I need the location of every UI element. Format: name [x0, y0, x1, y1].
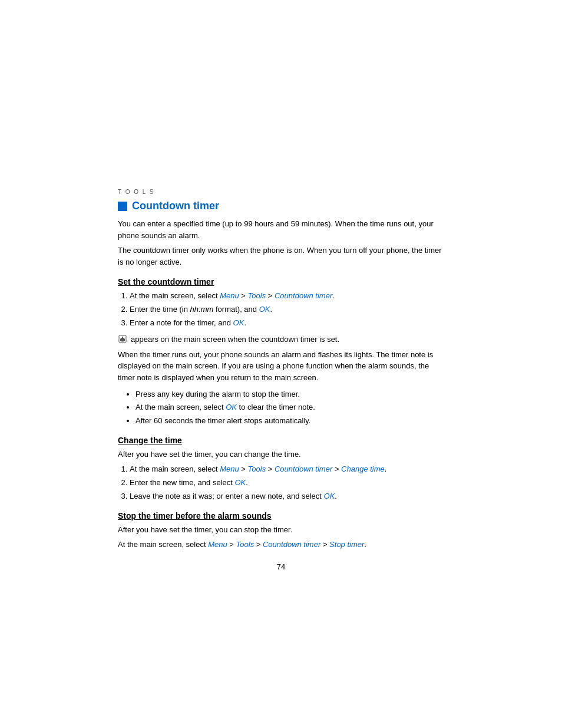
- set-timer-title: Set the countdown timer: [118, 277, 444, 286]
- stop-instruction-before: At the main screen, select: [118, 540, 208, 549]
- section-label: T o o l s: [118, 189, 444, 195]
- alarm-note-text: When the timer runs out, your phone soun…: [118, 349, 444, 384]
- stop-timer-title: Stop the timer before the alarm sounds: [118, 511, 444, 521]
- bullet-1-text: Press any key during the alarm to stop t…: [135, 390, 300, 398]
- change-step-1-link-countdown[interactable]: Countdown timer: [275, 465, 332, 473]
- page-container: T o o l s Countdown timer You can enter …: [0, 0, 562, 728]
- stop-link-tools[interactable]: Tools: [236, 540, 254, 549]
- change-step-1: At the main screen, select Menu > Tools …: [130, 463, 444, 476]
- change-step-2-link-ok[interactable]: OK: [234, 478, 246, 487]
- change-step-1-link-menu[interactable]: Menu: [220, 465, 239, 473]
- change-time-steps: At the main screen, select Menu > Tools …: [130, 463, 444, 502]
- bullet-list: Press any key during the alarm to stop t…: [135, 388, 444, 427]
- set-step-2: Enter the time (in hh:mm format), and OK…: [130, 304, 444, 316]
- intro-paragraph-1: You can enter a specified time (up to 99…: [118, 218, 444, 241]
- change-time-title: Change the time: [118, 436, 444, 445]
- change-step-1-link-tools[interactable]: Tools: [248, 465, 266, 473]
- svg-rect-2: [122, 337, 123, 338]
- stop-timer-instruction: At the main screen, select Menu > Tools …: [118, 539, 444, 551]
- set-step-1: At the main screen, select Menu > Tools …: [130, 290, 444, 302]
- stop-sep3: >: [320, 540, 329, 549]
- bullet-2-link-ok[interactable]: OK: [226, 403, 237, 411]
- set-step-2-link-ok[interactable]: OK: [259, 305, 270, 314]
- stop-sep1: >: [227, 540, 236, 549]
- page-title-row: Countdown timer: [118, 200, 444, 212]
- page-number: 74: [118, 562, 444, 571]
- set-step-3-before: Enter a note for the timer, and: [130, 318, 233, 327]
- change-step-3-link-ok[interactable]: OK: [324, 492, 335, 500]
- set-step-1-sep1: >: [239, 291, 248, 300]
- set-step-1-link-countdown[interactable]: Countdown timer: [275, 291, 332, 300]
- set-step-3: Enter a note for the timer, and OK.: [130, 317, 444, 330]
- content-area: T o o l s Countdown timer You can enter …: [0, 0, 562, 630]
- change-step-1-sep1: >: [239, 465, 248, 473]
- change-time-intro: After you have set the timer, you can ch…: [118, 449, 444, 460]
- bullet-3: After 60 seconds the timer alert stops a…: [135, 414, 444, 427]
- bullet-1: Press any key during the alarm to stop t…: [135, 388, 444, 401]
- stop-instruction-after: .: [364, 540, 366, 549]
- change-step-2-before: Enter the new time, and select: [130, 478, 234, 487]
- change-step-1-sep3: >: [332, 465, 341, 473]
- change-step-1-sep2: >: [266, 465, 275, 473]
- stop-timer-intro: After you have set the timer, you can st…: [118, 524, 444, 536]
- set-step-3-after: .: [244, 318, 246, 327]
- change-step-1-after: .: [385, 465, 387, 473]
- set-step-1-before: At the main screen, select: [130, 291, 220, 300]
- change-step-1-before: At the main screen, select: [130, 465, 220, 473]
- bullet-3-text: After 60 seconds the timer alert stops a…: [135, 416, 310, 425]
- intro-paragraph-2: The countdown timer only works when the …: [118, 245, 444, 268]
- timer-icon-row: appears on the main screen when the coun…: [118, 334, 444, 345]
- change-step-3: Leave the note as it was; or enter a new…: [130, 490, 444, 503]
- change-step-3-after: .: [335, 492, 337, 500]
- set-step-3-link-ok[interactable]: OK: [233, 318, 244, 327]
- title-icon: [118, 202, 127, 211]
- set-step-1-sep2: >: [266, 291, 275, 300]
- change-step-2-after: .: [246, 478, 248, 487]
- stop-link-stoptimer[interactable]: Stop timer: [329, 540, 364, 549]
- bullet-2-before: At the main screen, select: [135, 403, 226, 411]
- bullet-2: At the main screen, select OK to clear t…: [135, 401, 444, 414]
- set-step-2-italic: hh:mm: [190, 305, 214, 314]
- set-step-1-after: .: [332, 291, 335, 300]
- set-step-2-after: .: [270, 305, 272, 314]
- stop-link-countdown[interactable]: Countdown timer: [263, 540, 320, 549]
- change-step-1-link-changetime[interactable]: Change time: [341, 465, 385, 473]
- bullet-2-after: to clear the timer note.: [237, 403, 315, 411]
- set-step-2-middle: format), and: [213, 305, 259, 314]
- icon-note-text: appears on the main screen when the coun…: [131, 334, 339, 345]
- timer-bell-icon: [118, 334, 127, 344]
- set-timer-steps: At the main screen, select Menu > Tools …: [130, 290, 444, 329]
- stop-sep2: >: [254, 540, 263, 549]
- svg-rect-1: [121, 341, 124, 342]
- change-step-3-before: Leave the note as it was; or enter a new…: [130, 492, 324, 500]
- set-step-1-link-tools[interactable]: Tools: [248, 291, 266, 300]
- set-step-1-link-menu[interactable]: Menu: [220, 291, 239, 300]
- stop-link-menu[interactable]: Menu: [208, 540, 227, 549]
- page-title: Countdown timer: [132, 200, 219, 212]
- set-step-2-before: Enter the time (in: [130, 305, 190, 314]
- change-step-2: Enter the new time, and select OK.: [130, 477, 444, 489]
